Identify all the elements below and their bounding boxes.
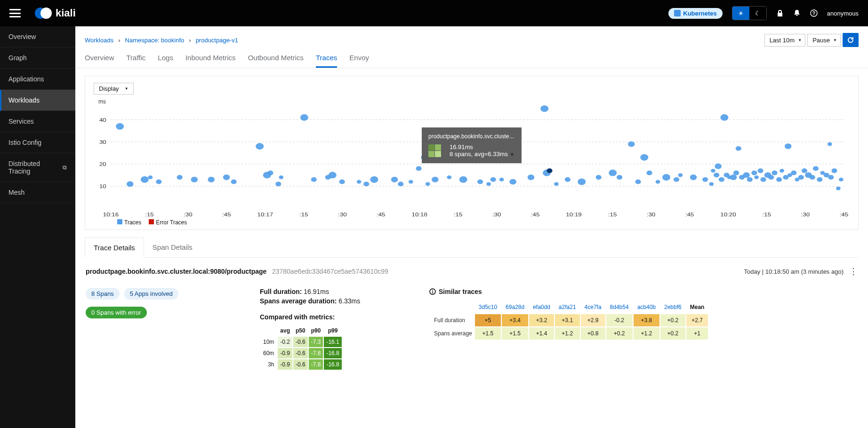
sidebar-item-overview[interactable]: Overview bbox=[0, 26, 75, 48]
svg-text::45: :45 bbox=[685, 212, 694, 218]
svg-point-38 bbox=[223, 174, 230, 180]
svg-point-100 bbox=[747, 177, 753, 182]
sidebar-item-mesh[interactable]: Mesh bbox=[0, 182, 75, 203]
svg-text::30: :30 bbox=[492, 212, 501, 218]
svg-point-106 bbox=[768, 175, 774, 180]
svg-text::15: :15 bbox=[299, 212, 308, 218]
user-label[interactable]: anonymous bbox=[827, 10, 859, 17]
detail-tabs: Trace DetailsSpan Details bbox=[85, 238, 859, 258]
svg-text:20: 20 bbox=[99, 161, 106, 167]
time-range-dropdown[interactable]: Last 10m bbox=[764, 34, 805, 47]
refresh-icon bbox=[847, 36, 854, 44]
bell-icon[interactable] bbox=[793, 9, 801, 17]
svg-point-88 bbox=[711, 169, 715, 173]
tab-overview[interactable]: Overview bbox=[85, 54, 114, 68]
compared-title: Compared with metrics: bbox=[260, 313, 401, 321]
svg-point-116 bbox=[802, 168, 807, 173]
logo[interactable]: kiali bbox=[35, 7, 76, 19]
svg-point-61 bbox=[459, 176, 467, 183]
svg-point-46 bbox=[311, 177, 317, 182]
svg-point-79 bbox=[640, 154, 648, 161]
tab-traffic[interactable]: Traffic bbox=[127, 54, 146, 68]
svg-text:40: 40 bbox=[99, 117, 106, 123]
cluster-pill[interactable]: Kubernetes bbox=[668, 8, 723, 19]
tab-inbound-metrics[interactable]: Inbound Metrics bbox=[185, 54, 236, 68]
sidebar-item-istio-config[interactable]: Istio Config bbox=[0, 132, 75, 153]
svg-point-102 bbox=[754, 175, 759, 179]
svg-point-81 bbox=[656, 180, 660, 183]
sidebar-item-workloads[interactable]: Workloads bbox=[0, 90, 75, 111]
svg-point-86 bbox=[702, 177, 708, 182]
svg-point-96 bbox=[733, 171, 739, 175]
tab-logs[interactable]: Logs bbox=[158, 54, 173, 68]
sidebar-item-services[interactable]: Services bbox=[0, 111, 75, 132]
svg-point-35 bbox=[177, 175, 183, 180]
subtab-trace-details[interactable]: Trace Details bbox=[85, 238, 144, 258]
pause-dropdown[interactable]: Pause bbox=[807, 34, 841, 47]
svg-point-48 bbox=[329, 172, 337, 178]
breadcrumb-item[interactable]: productpage-v1 bbox=[196, 37, 238, 44]
svg-point-84 bbox=[678, 173, 683, 177]
svg-text:10:19: 10:19 bbox=[566, 212, 582, 218]
svg-point-82 bbox=[662, 174, 670, 181]
sidebar-item-graph[interactable]: Graph bbox=[0, 48, 75, 69]
svg-point-109 bbox=[780, 169, 784, 173]
svg-text::45: :45 bbox=[377, 212, 386, 218]
kebab-menu[interactable]: ⋮ bbox=[849, 266, 858, 277]
svg-point-44 bbox=[279, 175, 283, 179]
theme-toggle[interactable]: ☀ ☾ bbox=[732, 6, 767, 20]
trace-id: 23780ae6edc33d467ce5ae5743610c99 bbox=[272, 268, 388, 275]
svg-text::30: :30 bbox=[647, 212, 656, 218]
tab-outbound-metrics[interactable]: Outbound Metrics bbox=[248, 54, 304, 68]
svg-text::45: :45 bbox=[222, 212, 231, 218]
svg-point-103 bbox=[757, 168, 763, 173]
light-theme-button[interactable]: ☀ bbox=[732, 7, 749, 20]
svg-point-60 bbox=[447, 175, 451, 179]
svg-point-108 bbox=[776, 177, 782, 182]
spans-badge: 8 Spans bbox=[86, 288, 120, 300]
svg-point-59 bbox=[432, 177, 439, 182]
info-icon: i bbox=[429, 288, 436, 295]
hamburger-menu[interactable] bbox=[9, 9, 21, 17]
subtab-span-details[interactable]: Span Details bbox=[144, 238, 201, 257]
svg-text:10:16: 10:16 bbox=[103, 212, 119, 218]
svg-point-40 bbox=[256, 143, 264, 150]
sidebar-item-distributed-tracing[interactable]: Distributed Tracing⧉ bbox=[0, 153, 75, 182]
svg-point-99 bbox=[743, 172, 750, 178]
svg-point-126 bbox=[836, 187, 841, 190]
svg-point-85 bbox=[690, 174, 697, 180]
refresh-button[interactable] bbox=[843, 33, 859, 47]
tooltip-duration: 16.91ms bbox=[450, 143, 514, 151]
svg-point-95 bbox=[730, 174, 737, 180]
display-dropdown[interactable]: Display▼ bbox=[94, 83, 134, 95]
svg-text:10:17: 10:17 bbox=[257, 212, 273, 218]
svg-text::15: :15 bbox=[763, 212, 772, 218]
help-icon[interactable]: ? bbox=[810, 9, 818, 17]
chart-tooltip: productpage.bookinfo.svc.cluster.local:.… bbox=[422, 127, 522, 163]
svg-point-123 bbox=[828, 142, 832, 146]
tab-envoy[interactable]: Envoy bbox=[349, 54, 369, 68]
sidebar-item-applications[interactable]: Applications bbox=[0, 69, 75, 90]
svg-point-31 bbox=[127, 181, 134, 187]
svg-point-63 bbox=[486, 182, 491, 186]
breadcrumb-item[interactable]: Workloads bbox=[85, 37, 113, 44]
svg-point-37 bbox=[208, 177, 215, 182]
svg-point-111 bbox=[785, 143, 792, 149]
external-link-icon: ⧉ bbox=[63, 164, 67, 171]
tab-traces[interactable]: Traces bbox=[316, 54, 337, 68]
svg-point-30 bbox=[116, 123, 124, 130]
dark-theme-button[interactable]: ☾ bbox=[749, 7, 766, 20]
similar-traces-table: 3d5c1069a28defa0dda2fa214ce7fa8d4b54acb4… bbox=[429, 300, 709, 341]
svg-point-51 bbox=[363, 182, 369, 186]
svg-text::15: :15 bbox=[145, 212, 154, 218]
breadcrumb-item[interactable]: Namespace: bookinfo bbox=[125, 37, 185, 44]
svg-point-32 bbox=[141, 176, 149, 183]
svg-text::45: :45 bbox=[531, 212, 540, 218]
svg-point-39 bbox=[231, 179, 237, 184]
svg-text::30: :30 bbox=[338, 212, 347, 218]
sidebar: OverviewGraphApplicationsWorkloadsServic… bbox=[0, 26, 75, 428]
svg-point-68 bbox=[540, 105, 548, 112]
svg-text:10:18: 10:18 bbox=[411, 212, 427, 218]
lock-icon[interactable] bbox=[776, 9, 784, 17]
traces-chart-card: Display▼ ms 1020304010:16:15:30:4510:17:… bbox=[85, 76, 859, 230]
